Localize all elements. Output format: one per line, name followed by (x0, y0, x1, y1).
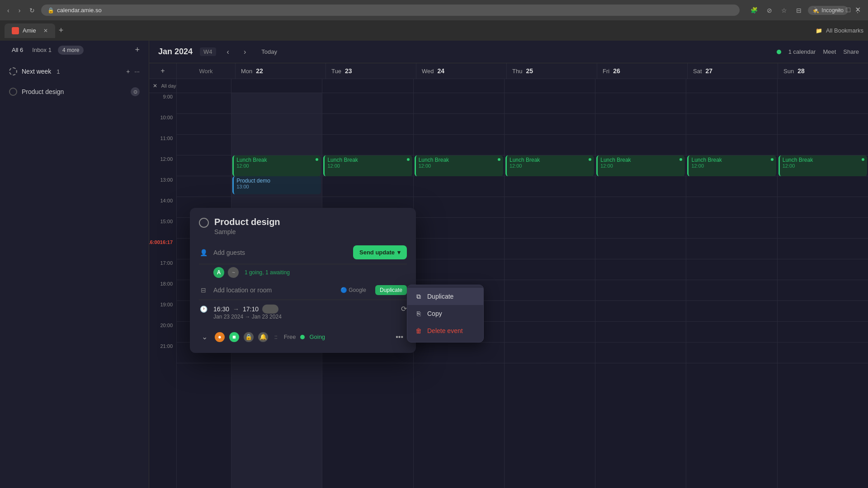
tab-title: Amie (23, 27, 36, 34)
duplicate-label: Duplicate (427, 293, 453, 300)
task-label: Product design (22, 88, 64, 95)
share-button[interactable]: Share (843, 48, 859, 55)
event-status-dot (862, 158, 864, 161)
footer-color-green[interactable]: ■ (229, 332, 239, 342)
next-week-title: Next week (22, 68, 51, 75)
address-bar-input[interactable]: calendar.amie.so (57, 7, 733, 14)
event-title: Product demo (236, 178, 318, 184)
work-label: Work (199, 68, 212, 75)
sidebar-plus-button[interactable]: + (126, 68, 130, 75)
popup-location-row: ⊟ Add location or room 🔵 Google Duplicat… (199, 281, 407, 300)
more-options-button[interactable]: ••• (392, 331, 407, 343)
mon-num: 22 (256, 67, 263, 75)
day-header-mon: Mon 22 (235, 63, 326, 79)
meet-button[interactable]: Meet (823, 48, 836, 55)
minimize-button[interactable]: — (834, 5, 841, 14)
sidebar-add-button[interactable]: + (135, 45, 140, 55)
popup-event-title: Product design (214, 217, 280, 227)
date-range: Jan 23 2024 → Jan 23 2024 (213, 314, 282, 320)
all-day-sun[interactable] (777, 79, 868, 93)
going-label: Going (309, 333, 325, 340)
extensions-icon[interactable]: 🧩 (748, 5, 760, 15)
wed-num: 24 (438, 67, 445, 75)
footer-lock[interactable]: 🔒 (244, 332, 254, 342)
send-update-button[interactable]: Send update ▾ (353, 245, 407, 259)
duplicate-icon: ⧉ (415, 292, 423, 300)
all-day-tue[interactable] (322, 79, 413, 93)
calendar-header: Jan 2024 W4 ‹ › Today 1 calendar Meet Sh… (149, 41, 868, 63)
sidebar-tabs: All 6 Inbox 1 4 more + (0, 41, 149, 59)
day-col-thu[interactable]: Lunch Break 12:00 (504, 93, 595, 488)
prev-week-button[interactable]: ‹ (223, 46, 233, 58)
time-label-21: 21:00 (149, 343, 176, 363)
google-button[interactable]: 🔵 Google (340, 287, 366, 293)
reload-button[interactable]: ↻ (27, 5, 38, 16)
screen-reader-icon[interactable]: ⊘ (764, 5, 775, 16)
all-day-wed[interactable] (413, 79, 504, 93)
all-day-collapse[interactable]: ✕ (149, 81, 161, 91)
day-header-tue: Tue 23 (326, 63, 416, 79)
task-item-product-design[interactable]: Product design ⊙ (0, 84, 149, 100)
lunch-event-mon[interactable]: Lunch Break 12:00 (232, 155, 321, 176)
context-menu-copy[interactable]: ⎘ Copy (407, 305, 483, 322)
all-day-fri[interactable] (595, 79, 686, 93)
maximize-button[interactable]: □ (846, 5, 850, 14)
lunch-event-wed[interactable]: Lunch Break 12:00 (415, 155, 503, 176)
forward-button[interactable]: › (16, 5, 24, 16)
send-update-dropdown[interactable]: ▾ (397, 249, 401, 256)
sidebar-tab-inbox[interactable]: Inbox 1 (29, 45, 54, 55)
task-checkbox[interactable] (9, 88, 17, 96)
lunch-event-thu[interactable]: Lunch Break 12:00 (505, 155, 594, 176)
incognito-icon: 🕵 (812, 7, 819, 14)
tab-close-button[interactable]: ✕ (43, 28, 48, 34)
sat-label: Sat (693, 68, 702, 75)
event-status-dot (771, 158, 774, 161)
popup-task-checkbox[interactable] (199, 218, 209, 228)
clock-icon: 🕐 (199, 305, 208, 314)
lunch-event-tue[interactable]: Lunch Break 12:00 (323, 155, 412, 176)
close-window-button[interactable]: ✕ (855, 5, 861, 14)
back-button[interactable]: ‹ (5, 5, 12, 16)
sidebar-dots-button[interactable]: ··· (134, 68, 140, 75)
time-label-19: 19:00 (149, 301, 176, 322)
all-day-mon[interactable] (231, 79, 322, 93)
active-tab[interactable]: Amie ✕ (5, 23, 55, 38)
product-demo-event[interactable]: Product demo 13:00 (232, 176, 321, 194)
add-location-label[interactable]: Add location or room (213, 286, 335, 294)
next-week-button[interactable]: › (240, 46, 250, 58)
day-col-sat[interactable]: Lunch Break 12:00 (686, 93, 777, 488)
all-day-sat[interactable] (686, 79, 777, 93)
time-header-cell: + (149, 63, 176, 79)
day-header-sat: Sat 27 (687, 63, 778, 79)
all-day-thu[interactable] (504, 79, 595, 93)
time-refresh-button[interactable]: ⟳ (401, 305, 407, 313)
duplicate-button[interactable]: Duplicate (375, 285, 407, 295)
all-day-toggle[interactable] (262, 305, 278, 314)
calendar-color-dot (777, 50, 781, 54)
context-menu-delete[interactable]: 🗑 Delete event (407, 322, 483, 339)
add-event-button[interactable]: + (160, 67, 165, 75)
day-col-fri[interactable]: Lunch Break 12:00 (595, 93, 686, 488)
lunch-event-sat[interactable]: Lunch Break 12:00 (687, 155, 776, 176)
footer-bell[interactable]: 🔔 (258, 332, 268, 342)
lunch-event-sun[interactable]: Lunch Break 12:00 (778, 155, 867, 176)
day-header-fri: Fri 26 (597, 63, 687, 79)
day-col-sun[interactable]: Lunch Break 12:00 (777, 93, 868, 488)
sidebar-tab-all[interactable]: All 6 (9, 45, 26, 55)
separator: :: (274, 334, 278, 340)
new-tab-button[interactable]: + (59, 26, 64, 35)
footer-color-orange[interactable]: ● (215, 332, 225, 342)
location-icon: ⊟ (199, 286, 208, 295)
sidebar-more-button[interactable]: 4 more (58, 46, 84, 55)
all-day-work (176, 79, 231, 93)
bookmark-icon[interactable]: ☆ (778, 5, 790, 16)
sidebar-toggle[interactable]: ⊟ (793, 5, 804, 16)
lunch-event-fri[interactable]: Lunch Break 12:00 (596, 155, 685, 176)
trash-icon: 🗑 (415, 327, 423, 335)
work-column-header: Work (176, 63, 235, 79)
footer-expand-button[interactable]: ⌄ (199, 330, 210, 344)
time-label-15: 15:00 (149, 218, 176, 239)
context-menu-duplicate[interactable]: ⧉ Duplicate (407, 288, 483, 305)
add-guests-label[interactable]: Add guests (213, 249, 348, 256)
today-button[interactable]: Today (257, 47, 282, 57)
